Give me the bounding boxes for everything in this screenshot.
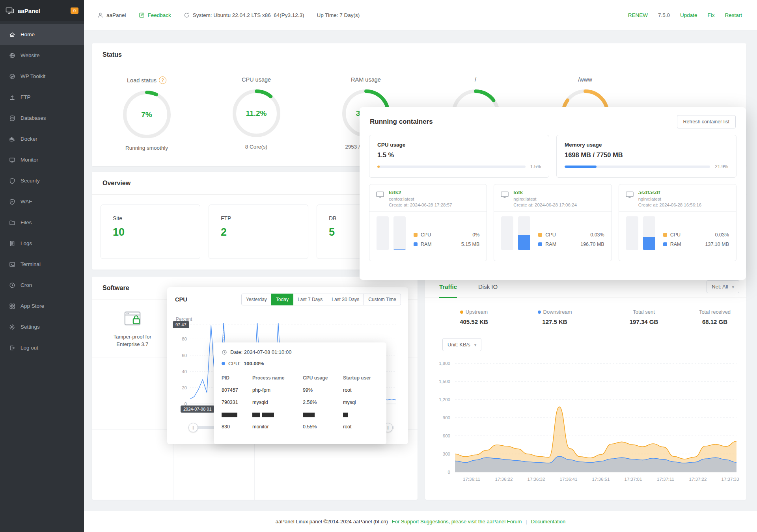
help-icon[interactable]	[159, 76, 166, 84]
sidebar-item-waf[interactable]: WAF	[0, 191, 84, 212]
sidebar-item-docker[interactable]: Docker	[0, 128, 84, 149]
sidebar-item-label: Home	[21, 32, 35, 37]
sidebar-item-databases[interactable]: Databases	[0, 108, 84, 128]
aapanel-logo[interactable]: aaPanel 0	[0, 0, 84, 21]
tab-yesterday[interactable]: Yesterday	[241, 294, 272, 305]
legend-label: CPU	[421, 232, 431, 238]
overview-site-box[interactable]: Site 10	[101, 205, 200, 259]
legend-value: 5.15 MB	[461, 242, 480, 247]
sidebar-item-label: Cron	[21, 282, 32, 288]
footer: aaPanel Linux panel ©2014-2024 aaPanel (…	[84, 511, 757, 532]
downstream-dot-icon	[538, 311, 541, 314]
sidebar-item-label: Databases	[21, 115, 46, 121]
version-label: 7.5.0	[658, 12, 670, 18]
sidebar-item-label: Website	[21, 52, 40, 58]
net-select[interactable]: Net: All	[707, 280, 739, 293]
sidebar-item-files[interactable]: Files	[0, 212, 84, 233]
footer-divider: |	[526, 519, 527, 525]
sidebar-item-terminal[interactable]: Terminal	[0, 254, 84, 275]
svg-text:0: 0	[448, 470, 450, 474]
sidebar-item-label: Settings	[21, 324, 40, 330]
overview-ftp-box[interactable]: FTP 2	[209, 205, 308, 259]
sidebar: aaPanel 0 Home Website WP Toolkit FTP Da…	[0, 0, 84, 532]
topbar: aaPanel Feedback System: Ubuntu 22.04.2 …	[84, 0, 757, 30]
sidebar-item-app-store[interactable]: App Store	[0, 296, 84, 316]
sidebar-item-security[interactable]: Security	[0, 170, 84, 191]
sidebar-item-website[interactable]: Website	[0, 45, 84, 66]
overview-value: 10	[113, 226, 200, 238]
svg-text:20: 20	[182, 385, 187, 390]
tab-last-30-days[interactable]: Last 30 Days	[327, 294, 364, 305]
sidebar-item-logs[interactable]: Logs	[0, 233, 84, 254]
table-row: 830monitor0.55%root	[222, 424, 378, 430]
cpu-vertical-bar	[626, 216, 638, 250]
sidebar-item-log-out[interactable]: Log out	[0, 337, 84, 358]
renew-link[interactable]: RENEW	[628, 12, 648, 18]
sidebar-item-cron[interactable]: Cron	[0, 275, 84, 296]
app-tamper-proof[interactable]: Tamper-proof forEnterprise 3.7	[92, 299, 173, 348]
ftp-icon	[9, 94, 15, 100]
container-icon	[500, 191, 509, 207]
col-process-name: Process name	[252, 375, 303, 381]
sidebar-item-label: Terminal	[21, 261, 41, 267]
stat-upstream: Upstream 405.52 KB	[442, 309, 505, 325]
sidebar-item-monitor[interactable]: Monitor	[0, 149, 84, 170]
tab-today[interactable]: Today	[271, 294, 293, 305]
y-max-badge: 97.47	[173, 321, 189, 328]
legend-label: CPU	[545, 232, 556, 238]
tab-custom-time[interactable]: Custom Time	[364, 294, 401, 305]
account-menu[interactable]: aaPanel	[97, 12, 126, 18]
svg-text:1,800: 1,800	[439, 361, 450, 366]
svg-text:1,200: 1,200	[439, 397, 450, 402]
tab-last-7-days[interactable]: Last 7 Days	[293, 294, 327, 305]
app-name: Tamper-proof forEnterprise 3.7	[92, 333, 173, 348]
col-cpu-usage: CPU usage	[303, 375, 343, 381]
sync-icon[interactable]	[184, 12, 190, 18]
legend-label: RAM	[421, 242, 432, 247]
svg-text:17:36:51: 17:36:51	[592, 477, 610, 482]
gear-icon	[9, 324, 15, 330]
cpu-series-dot-icon	[222, 362, 225, 365]
documentation-link[interactable]: Documentation	[531, 519, 565, 525]
memory-usage-value: 1698 MB / 7750 MB	[565, 151, 728, 159]
notification-badge[interactable]: 0	[71, 7, 78, 14]
database-icon	[9, 115, 15, 121]
wp-toolkit-icon	[9, 73, 15, 80]
sidebar-item-wp-toolkit[interactable]: WP Toolkit	[0, 66, 84, 87]
stat-label: Upstream	[466, 309, 488, 315]
svg-text:1,500: 1,500	[439, 379, 450, 384]
gauge-value: 11.2%	[231, 88, 282, 138]
clock-icon	[9, 282, 15, 288]
monitor-icon	[9, 157, 15, 163]
forum-link[interactable]: For Support Suggestions, please visit th…	[392, 519, 522, 525]
cpu-window-title: CPU	[175, 296, 242, 303]
refresh-container-list-button[interactable]: Refresh container list	[677, 115, 736, 128]
update-link[interactable]: Update	[680, 12, 697, 18]
unit-select[interactable]: Unit: KB/s	[442, 338, 481, 351]
tooltip-cpu-label: CPU:	[228, 361, 241, 366]
container-image: centos:latest	[389, 197, 452, 201]
fix-link[interactable]: Fix	[707, 12, 714, 18]
unit-select-value: Unit: KB/s	[447, 342, 470, 348]
sidebar-item-label: Security	[21, 178, 40, 184]
restart-link[interactable]: Restart	[725, 12, 742, 18]
container-card-lotk: lotk nginx:latest Create at: 2024-06-28 …	[494, 184, 612, 261]
running-containers-modal: Running containers Refresh container lis…	[360, 107, 746, 280]
stat-value: 127.5 KB	[521, 318, 588, 325]
container-name: lotk2	[389, 190, 452, 195]
system-label: System: Ubuntu 22.04.2 LTS x86_64(Py3.12…	[193, 12, 304, 18]
slider-handle-left[interactable]	[188, 423, 198, 432]
terminal-icon	[9, 261, 15, 268]
svg-text:17:36:41: 17:36:41	[560, 477, 578, 482]
svg-text:17:37:22: 17:37:22	[689, 477, 707, 482]
sidebar-item-settings[interactable]: Settings	[0, 316, 84, 337]
feedback-link[interactable]: Feedback	[139, 12, 171, 18]
ram-vertical-bar	[643, 216, 655, 250]
gauge-cpu-usage: CPU usage 11.2% 8 Core(s)	[201, 76, 311, 151]
sidebar-item-home[interactable]: Home	[0, 24, 84, 45]
sidebar-item-label: FTP	[21, 94, 31, 100]
stat-label: Total received	[699, 309, 731, 315]
logout-icon	[9, 345, 15, 351]
process-table: PID Process name CPU usage Startup user …	[222, 375, 378, 430]
sidebar-item-ftp[interactable]: FTP	[0, 87, 84, 108]
